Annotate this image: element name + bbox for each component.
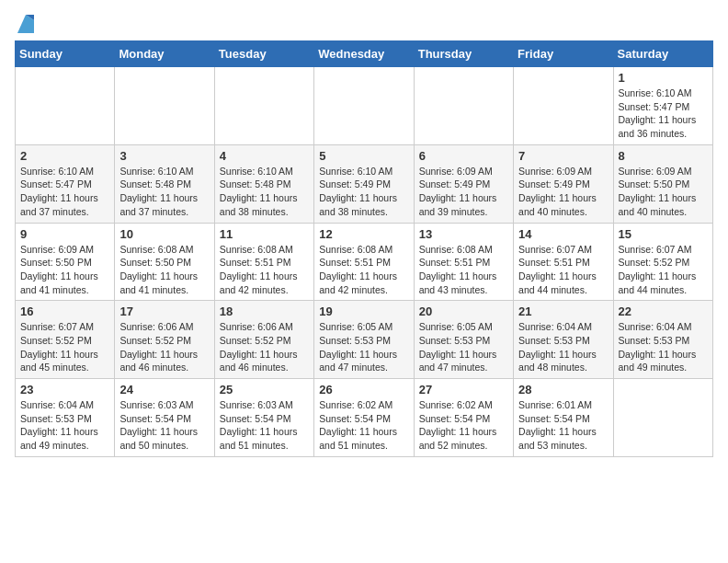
day-number: 8 xyxy=(619,149,708,163)
day-info: Sunrise: 6:09 AM Sunset: 5:49 PM Dayligh… xyxy=(518,165,608,219)
day-number: 18 xyxy=(220,304,309,318)
day-number: 21 xyxy=(518,304,608,318)
calendar-cell: 20Sunrise: 6:05 AM Sunset: 5:53 PM Dayli… xyxy=(414,301,513,379)
day-number: 24 xyxy=(119,383,209,396)
calendar-cell: 24Sunrise: 6:03 AM Sunset: 5:54 PM Dayli… xyxy=(115,379,214,457)
day-number: 13 xyxy=(419,227,508,241)
calendar-week-row: 2Sunrise: 6:10 AM Sunset: 5:47 PM Daylig… xyxy=(16,144,713,223)
calendar-cell: 11Sunrise: 6:08 AM Sunset: 5:51 PM Dayli… xyxy=(214,223,313,301)
column-header-saturday: Saturday xyxy=(613,41,712,67)
logo xyxy=(15,15,34,33)
day-info: Sunrise: 6:02 AM Sunset: 5:54 PM Dayligh… xyxy=(319,398,408,453)
day-number: 5 xyxy=(319,149,408,163)
calendar-cell: 9Sunrise: 6:09 AM Sunset: 5:50 PM Daylig… xyxy=(16,223,115,301)
day-info: Sunrise: 6:04 AM Sunset: 5:53 PM Dayligh… xyxy=(619,320,708,374)
calendar-cell: 6Sunrise: 6:09 AM Sunset: 5:49 PM Daylig… xyxy=(414,144,513,223)
calendar-cell: 15Sunrise: 6:07 AM Sunset: 5:52 PM Dayli… xyxy=(613,223,712,301)
day-number: 10 xyxy=(119,227,209,241)
day-info: Sunrise: 6:04 AM Sunset: 5:53 PM Dayligh… xyxy=(20,398,109,453)
calendar-week-row: 9Sunrise: 6:09 AM Sunset: 5:50 PM Daylig… xyxy=(16,223,713,301)
column-header-monday: Monday xyxy=(115,41,214,67)
day-info: Sunrise: 6:10 AM Sunset: 5:48 PM Dayligh… xyxy=(220,165,309,219)
calendar-cell: 26Sunrise: 6:02 AM Sunset: 5:54 PM Dayli… xyxy=(314,379,414,457)
day-info: Sunrise: 6:09 AM Sunset: 5:50 PM Dayligh… xyxy=(619,165,708,219)
calendar-week-row: 16Sunrise: 6:07 AM Sunset: 5:52 PM Dayli… xyxy=(16,301,713,379)
day-info: Sunrise: 6:07 AM Sunset: 5:52 PM Dayligh… xyxy=(619,243,708,297)
calendar-cell: 2Sunrise: 6:10 AM Sunset: 5:47 PM Daylig… xyxy=(16,144,115,223)
day-number: 11 xyxy=(220,227,309,241)
calendar-cell xyxy=(314,67,414,145)
day-number: 4 xyxy=(220,149,309,163)
calendar-week-row: 23Sunrise: 6:04 AM Sunset: 5:53 PM Dayli… xyxy=(16,379,713,457)
day-info: Sunrise: 6:08 AM Sunset: 5:51 PM Dayligh… xyxy=(419,243,508,297)
day-number: 14 xyxy=(518,227,608,241)
calendar-cell: 21Sunrise: 6:04 AM Sunset: 5:53 PM Dayli… xyxy=(514,301,613,379)
calendar-cell: 12Sunrise: 6:08 AM Sunset: 5:51 PM Dayli… xyxy=(314,223,414,301)
calendar-cell: 10Sunrise: 6:08 AM Sunset: 5:50 PM Dayli… xyxy=(115,223,214,301)
day-info: Sunrise: 6:05 AM Sunset: 5:53 PM Dayligh… xyxy=(419,320,508,374)
day-number: 16 xyxy=(20,304,109,318)
day-number: 7 xyxy=(518,149,608,163)
calendar-cell: 13Sunrise: 6:08 AM Sunset: 5:51 PM Dayli… xyxy=(414,223,513,301)
day-number: 2 xyxy=(20,149,109,163)
day-info: Sunrise: 6:10 AM Sunset: 5:49 PM Dayligh… xyxy=(319,165,408,219)
day-number: 28 xyxy=(518,383,608,396)
day-info: Sunrise: 6:05 AM Sunset: 5:53 PM Dayligh… xyxy=(319,320,408,374)
day-info: Sunrise: 6:07 AM Sunset: 5:52 PM Dayligh… xyxy=(20,320,109,374)
day-number: 1 xyxy=(619,71,708,85)
day-number: 15 xyxy=(619,227,708,241)
day-number: 22 xyxy=(619,304,708,318)
column-header-sunday: Sunday xyxy=(16,41,115,67)
day-info: Sunrise: 6:03 AM Sunset: 5:54 PM Dayligh… xyxy=(220,398,309,453)
day-info: Sunrise: 6:09 AM Sunset: 5:49 PM Dayligh… xyxy=(419,165,508,219)
calendar-table: SundayMondayTuesdayWednesdayThursdayFrid… xyxy=(15,40,713,457)
day-info: Sunrise: 6:04 AM Sunset: 5:53 PM Dayligh… xyxy=(518,320,608,374)
day-info: Sunrise: 6:01 AM Sunset: 5:54 PM Dayligh… xyxy=(518,398,608,453)
calendar-cell: 28Sunrise: 6:01 AM Sunset: 5:54 PM Dayli… xyxy=(514,379,613,457)
day-info: Sunrise: 6:10 AM Sunset: 5:48 PM Dayligh… xyxy=(119,165,209,219)
day-info: Sunrise: 6:03 AM Sunset: 5:54 PM Dayligh… xyxy=(119,398,209,453)
day-number: 9 xyxy=(20,227,109,241)
calendar-cell: 22Sunrise: 6:04 AM Sunset: 5:53 PM Dayli… xyxy=(613,301,712,379)
column-header-tuesday: Tuesday xyxy=(214,41,313,67)
calendar-cell xyxy=(514,67,613,145)
day-info: Sunrise: 6:08 AM Sunset: 5:51 PM Dayligh… xyxy=(319,243,408,297)
calendar-cell xyxy=(115,67,214,145)
calendar-cell xyxy=(414,67,513,145)
day-number: 6 xyxy=(419,149,508,163)
day-info: Sunrise: 6:08 AM Sunset: 5:50 PM Dayligh… xyxy=(119,243,209,297)
calendar-cell xyxy=(214,67,313,145)
calendar-cell xyxy=(16,67,115,145)
calendar-week-row: 1Sunrise: 6:10 AM Sunset: 5:47 PM Daylig… xyxy=(16,67,713,145)
calendar-cell: 7Sunrise: 6:09 AM Sunset: 5:49 PM Daylig… xyxy=(514,144,613,223)
day-info: Sunrise: 6:02 AM Sunset: 5:54 PM Dayligh… xyxy=(419,398,508,453)
calendar-cell: 25Sunrise: 6:03 AM Sunset: 5:54 PM Dayli… xyxy=(214,379,313,457)
day-info: Sunrise: 6:10 AM Sunset: 5:47 PM Dayligh… xyxy=(619,86,708,141)
day-info: Sunrise: 6:10 AM Sunset: 5:47 PM Dayligh… xyxy=(20,165,109,219)
day-info: Sunrise: 6:08 AM Sunset: 5:51 PM Dayligh… xyxy=(220,243,309,297)
calendar-header-row: SundayMondayTuesdayWednesdayThursdayFrid… xyxy=(16,41,713,67)
calendar-cell: 3Sunrise: 6:10 AM Sunset: 5:48 PM Daylig… xyxy=(115,144,214,223)
day-number: 3 xyxy=(119,149,209,163)
day-info: Sunrise: 6:06 AM Sunset: 5:52 PM Dayligh… xyxy=(220,320,309,374)
column-header-friday: Friday xyxy=(514,41,613,67)
calendar-cell: 19Sunrise: 6:05 AM Sunset: 5:53 PM Dayli… xyxy=(314,301,414,379)
calendar-cell: 14Sunrise: 6:07 AM Sunset: 5:51 PM Dayli… xyxy=(514,223,613,301)
day-info: Sunrise: 6:07 AM Sunset: 5:51 PM Dayligh… xyxy=(518,243,608,297)
column-header-thursday: Thursday xyxy=(414,41,513,67)
calendar-cell: 4Sunrise: 6:10 AM Sunset: 5:48 PM Daylig… xyxy=(214,144,313,223)
calendar-cell: 1Sunrise: 6:10 AM Sunset: 5:47 PM Daylig… xyxy=(613,67,712,145)
calendar-cell: 23Sunrise: 6:04 AM Sunset: 5:53 PM Dayli… xyxy=(16,379,115,457)
day-info: Sunrise: 6:06 AM Sunset: 5:52 PM Dayligh… xyxy=(119,320,209,374)
logo-icon xyxy=(17,15,34,33)
calendar-cell: 27Sunrise: 6:02 AM Sunset: 5:54 PM Dayli… xyxy=(414,379,513,457)
calendar-cell: 5Sunrise: 6:10 AM Sunset: 5:49 PM Daylig… xyxy=(314,144,414,223)
day-info: Sunrise: 6:09 AM Sunset: 5:50 PM Dayligh… xyxy=(20,243,109,297)
calendar-cell: 18Sunrise: 6:06 AM Sunset: 5:52 PM Dayli… xyxy=(214,301,313,379)
day-number: 19 xyxy=(319,304,408,318)
page-header xyxy=(15,15,713,33)
calendar-cell: 17Sunrise: 6:06 AM Sunset: 5:52 PM Dayli… xyxy=(115,301,214,379)
day-number: 20 xyxy=(419,304,508,318)
day-number: 12 xyxy=(319,227,408,241)
calendar-cell: 16Sunrise: 6:07 AM Sunset: 5:52 PM Dayli… xyxy=(16,301,115,379)
